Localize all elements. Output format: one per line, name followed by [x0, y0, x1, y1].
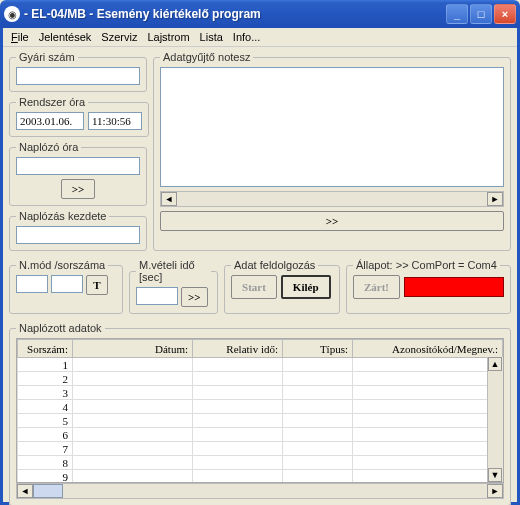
scroll-left-icon[interactable]: ◄ — [17, 484, 33, 498]
scroll-down-icon[interactable]: ▼ — [488, 468, 502, 482]
naplozas-kezdete-group: Naplózás kezdete — [9, 210, 147, 251]
table-row[interactable]: 4 — [18, 400, 503, 414]
close-button[interactable]: × — [494, 4, 516, 24]
naplozo-ora-button[interactable]: >> — [61, 179, 95, 199]
allapot-label: Állapot: >> ComPort = Com4 — [353, 259, 500, 271]
mvetel-group: M.vételi idő [sec] >> — [129, 259, 218, 314]
scroll-left-icon[interactable]: ◄ — [161, 192, 177, 206]
naplozas-kezdete-label: Naplózás kezdete — [16, 210, 109, 222]
start-button[interactable]: Start — [231, 275, 277, 299]
table-hscrollbar[interactable]: ◄ ► — [16, 483, 504, 499]
data-table-wrap: Sorszám: Dátum: Relativ idő: Típus: Azon… — [16, 338, 504, 483]
notes-label: Adatgyűjtő notesz — [160, 51, 253, 63]
gyari-szam-input[interactable] — [16, 67, 140, 85]
maximize-button[interactable]: □ — [470, 4, 492, 24]
nmod-input-1[interactable] — [16, 275, 48, 293]
window-title: - EL-04/MB - Esemény kiértékelő program — [24, 7, 446, 21]
col-sorszam[interactable]: Sorszám: — [18, 340, 73, 358]
table-row[interactable]: 3 — [18, 386, 503, 400]
gyari-szam-label: Gyári szám — [16, 51, 78, 63]
hscroll-thumb[interactable] — [33, 484, 63, 498]
naplozo-ora-label: Naplózó óra — [16, 141, 81, 153]
table-row[interactable]: 8 — [18, 456, 503, 470]
scroll-up-icon[interactable]: ▲ — [488, 357, 502, 371]
col-relativ[interactable]: Relativ idő: — [193, 340, 283, 358]
menu-lajstrom[interactable]: Lajstrom — [147, 31, 189, 43]
nmod-label: N.mód /sorszáma — [16, 259, 108, 271]
naplozo-ora-input[interactable] — [16, 157, 140, 175]
table-row[interactable]: 6 — [18, 428, 503, 442]
table-row[interactable]: 5 — [18, 414, 503, 428]
app-icon: ◉ — [4, 6, 20, 22]
rendszer-date-input[interactable] — [16, 112, 84, 130]
menubar: File Jelentések Szerviz Lajstrom Lista I… — [3, 28, 517, 47]
menu-jelentesek[interactable]: Jelentések — [39, 31, 92, 43]
notes-group: Adatgyűjtő notesz ◄ ► >> — [153, 51, 511, 251]
menu-lista[interactable]: Lista — [200, 31, 223, 43]
table-label: Naplózott adatok — [16, 322, 105, 334]
rendszer-ora-label: Rendszer óra — [16, 96, 88, 108]
mvetel-input[interactable] — [136, 287, 178, 305]
adat-group: Adat feldolgozás Start Kilép — [224, 259, 340, 314]
naplozas-kezdete-input[interactable] — [16, 226, 140, 244]
menu-info[interactable]: Info... — [233, 31, 261, 43]
menu-file[interactable]: File — [11, 31, 29, 43]
naplozo-ora-group: Naplózó óra >> — [9, 141, 147, 206]
col-tipus[interactable]: Típus: — [283, 340, 353, 358]
nmod-group: N.mód /sorszáma T — [9, 259, 123, 314]
table-row[interactable]: 1 — [18, 358, 503, 372]
status-indicator — [404, 277, 504, 297]
table-row[interactable]: 2 — [18, 372, 503, 386]
rendszer-time-input[interactable] — [88, 112, 142, 130]
mvetel-button[interactable]: >> — [181, 287, 208, 307]
nmod-input-2[interactable] — [51, 275, 83, 293]
col-datum[interactable]: Dátum: — [73, 340, 193, 358]
gyari-szam-group: Gyári szám — [9, 51, 147, 92]
adat-label: Adat feldolgozás — [231, 259, 318, 271]
rendszer-ora-group: Rendszer óra — [9, 96, 149, 137]
titlebar: ◉ - EL-04/MB - Esemény kiértékelő progra… — [0, 0, 520, 28]
table-row[interactable]: 7 — [18, 442, 503, 456]
mvetel-label: M.vételi idő [sec] — [136, 259, 211, 283]
notes-textarea[interactable] — [160, 67, 504, 187]
notes-expand-button[interactable]: >> — [160, 211, 504, 231]
allapot-group: Állapot: >> ComPort = Com4 Zárt! — [346, 259, 511, 314]
data-table: Sorszám: Dátum: Relativ idő: Típus: Azon… — [17, 339, 503, 483]
minimize-button[interactable]: _ — [446, 4, 468, 24]
table-vscrollbar[interactable]: ▲ ▼ — [487, 357, 503, 482]
table-group: Naplózott adatok Sorszám: Dátum: Relativ… — [9, 322, 511, 505]
col-azon[interactable]: Azonosítókód/Megnev.: — [353, 340, 503, 358]
menu-szerviz[interactable]: Szerviz — [101, 31, 137, 43]
t-button[interactable]: T — [86, 275, 108, 295]
scroll-right-icon[interactable]: ► — [487, 484, 503, 498]
zart-button[interactable]: Zárt! — [353, 275, 400, 299]
table-row[interactable]: 9 — [18, 470, 503, 484]
scroll-right-icon[interactable]: ► — [487, 192, 503, 206]
kilep-button[interactable]: Kilép — [281, 275, 331, 299]
notes-hscrollbar[interactable]: ◄ ► — [160, 191, 504, 207]
